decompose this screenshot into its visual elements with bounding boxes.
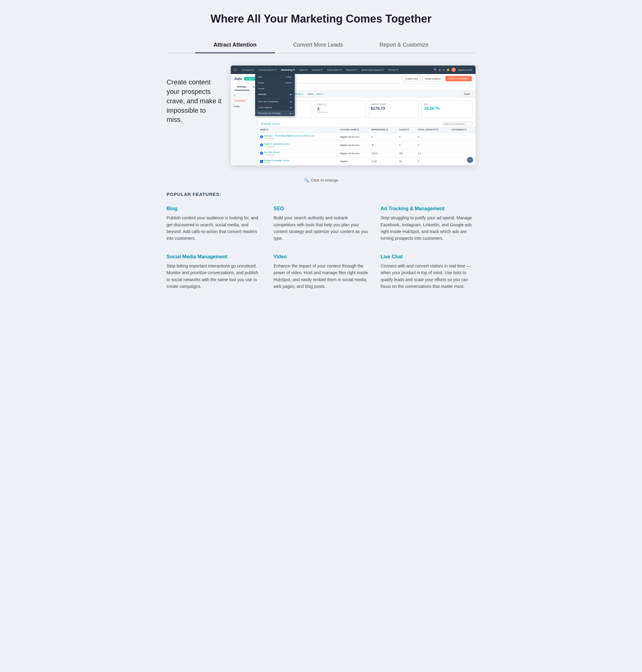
dropdown-social[interactable]: Social [255,85,295,91]
feature-live-chat-desc: Connect with and convert visitors in rea… [381,263,476,290]
table-row: f HubSpot - Promoting Biglytics post on … [258,133,476,141]
campaign-status: ✓ Completed [264,145,290,147]
deals-sub: $56.91 each [317,111,363,113]
campaign-name-link[interactable]: Capture automate screen [264,143,290,145]
table-row: in Default Campaign Group ● Active Bigly… [258,158,476,166]
campaign-name-link[interactable]: Default Campaign Group [264,159,289,162]
roi-value: 19,287% [424,106,470,110]
nav-marketing[interactable]: Marketing ▾ [280,68,296,71]
impressions-cell: 12,871 [370,149,398,158]
campaign-name-link[interactable]: HubSpot - Promoting Biglytics post on 20… [264,134,315,137]
feature-ad-tracking-desc: Stop struggling to justify your ad spend… [381,214,476,242]
popular-features-section: POPULAR FEATURES: Blog Publish content y… [167,192,476,293]
col-clicks: CLICKS ⓘ [397,127,416,133]
nav-conversations[interactable]: Conversations ▾ [257,68,277,71]
grid-icon[interactable]: ⊞ [439,68,441,71]
clicks-cell: 205 [397,149,416,158]
dropdown-lead-capture[interactable]: Lead Capture▶ [255,105,295,110]
table-header: ⊞ Manage columns [258,121,476,127]
help-button[interactable]: ? [467,157,473,163]
feature-blog-desc: Publish content your audience is looking… [167,214,261,242]
ads-sidebar: Ac... Campaigns Drafts [231,91,258,166]
hero-description: Create content your prospects crave, and… [167,66,222,124]
account-cell: Biglytics [338,158,370,166]
impressions-cell: 40 [370,141,398,149]
nav-automation[interactable]: Automation ▾ [326,68,343,71]
feature-ad-tracking: Ad Tracking & Management Stop struggling… [381,206,476,242]
feature-social-media: Social Media Management Stop letting imp… [167,254,261,290]
sidebar-campaigns[interactable]: Campaigns [231,98,258,104]
clicks-cell: 0 [397,141,416,149]
campaign-status: ✓ Completed [264,137,315,139]
feature-live-chat-title: Live Chat [381,254,476,260]
contacts-cell: 0 [416,141,449,149]
stat-roi: ROI 19,287% [421,101,472,118]
hubspot-logo: ⬡ [234,68,237,72]
dropdown-ads[interactable]: Ads CTAs [255,74,295,80]
account-cell: Biglytics Ad Account [338,133,370,141]
facebook-icon: f [260,144,263,146]
amount-spent-label: AMOUNT SPENT [371,103,416,105]
ads-header-buttons: Create event Create audience Create ad c… [403,76,472,81]
nav-partner[interactable]: Partner ▾ [387,68,399,71]
feature-ad-tracking-title: Ad Tracking & Management [381,206,476,211]
feature-social-media-title: Social Media Management [167,254,261,260]
dropdown-website[interactable]: Website▶ [255,91,295,97]
campaign-cell: in Default Campaign Group ● Active [258,158,339,166]
nav-contacts[interactable]: Contacts ▾ [241,68,255,71]
customers-cell [449,133,476,141]
manage-columns-link[interactable]: ⊞ Manage columns [261,123,280,125]
create-event-button[interactable]: Create event [403,76,420,81]
feature-video: Video Enhance the impact of your content… [274,254,369,290]
feature-video-desc: Enhance the impact of your content throu… [274,263,369,290]
tab-attract[interactable]: Attract Attention [195,38,275,53]
export-button[interactable]: Export [462,92,472,96]
sidebar-drafts[interactable]: Drafts [231,104,258,109]
popular-features-title: POPULAR FEATURES: [167,192,476,197]
linkedin-icon: in [260,160,263,163]
search-icon[interactable]: 🔍 [434,68,437,71]
campaign-name-link[interactable]: Big Data Ebook [264,151,280,154]
impressions-cell: 0 [370,133,398,141]
settings-icon[interactable]: ⚙ [442,68,445,71]
customers-cell [449,149,476,158]
account-cell: Biglytics Ad Account [338,141,370,149]
col-contacts: TOTAL CONTACTS ⓘ [416,127,449,133]
facebook-icon: f [260,152,263,155]
feature-social-media-desc: Stop letting important interactions go u… [167,263,261,290]
ads-title: Ads [234,77,242,81]
table-row: f Big Data Ebook ✓ Completed Biglytics A… [258,149,476,158]
tab-manage[interactable]: Manage [234,83,250,91]
status-label: Status: [308,93,314,95]
account-name: biglytics.net ▾ [458,68,472,71]
feature-seo-title: SEO [274,206,369,211]
campaign-cell: f Big Data Ebook ✓ Completed [258,149,339,158]
nav-sales[interactable]: Sales ▾ [298,68,308,71]
customers-cell [449,141,476,149]
user-avatar[interactable]: B [451,68,456,72]
impressions-cell: 2,131 [370,158,398,166]
status-active-link[interactable]: Active ▾ [316,93,324,95]
stat-deals: DEALS ⓘ 3 $56.91 each [314,101,365,118]
click-enlarge-text[interactable]: Click to enlarge [311,178,338,183]
create-audience-button[interactable]: Create audience [422,76,443,81]
dropdown-files[interactable]: Files and Templates▶ [255,99,295,105]
click-enlarge-area[interactable]: 🔍 Click to enlarge [167,177,476,183]
contacts-cell: 2 [416,158,449,166]
nav-reports[interactable]: Reports ▾ [345,68,358,71]
tab-report[interactable]: Report & Customize [361,38,447,53]
dropdown-email[interactable]: Email Forms [255,80,295,85]
bell-icon[interactable]: 🔔 [447,68,450,71]
search-input[interactable] [442,122,473,126]
dropdown-planning[interactable]: Planning and Strategy▶ [255,110,295,116]
nav-service[interactable]: Service ▾ [311,68,323,71]
nav-marketplace[interactable]: Asset Marketplace ▾ [360,68,385,71]
deals-value: 3 [317,107,363,111]
tab-convert[interactable]: Convert More Leads [275,38,361,53]
campaign-status: ● Active [264,162,289,163]
clicks-cell: 0 [397,133,416,141]
mockup-screenshot[interactable]: ⬡ Contacts ▾ Conversations ▾ Marketing ▾… [231,66,476,166]
feature-seo-desc: Build your search authority and outrank … [274,214,369,242]
create-ad-campaign-button[interactable]: Create ad campaign ▾ [445,76,472,81]
facebook-icon: f [260,135,263,138]
